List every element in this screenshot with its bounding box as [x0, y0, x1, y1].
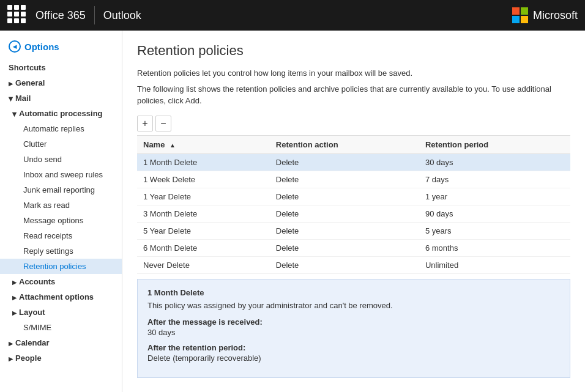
retention-policies-label: Retention policies — [23, 262, 86, 271]
general-label: General — [15, 78, 45, 87]
reply-settings-label: Reply settings — [23, 246, 73, 256]
read-receipts-label: Read receipts — [23, 231, 72, 240]
accounts-triangle: ▶ — [12, 279, 17, 286]
col-name: Name ▲ — [137, 135, 270, 153]
auto-proc-triangle: ▶ — [12, 113, 18, 117]
cell-period: 7 days — [419, 171, 570, 188]
layout-label: Layout — [19, 308, 45, 317]
sidebar-item-accounts[interactable]: ▶Accounts — [0, 274, 122, 289]
cell-period: 1 year — [419, 188, 570, 205]
mail-triangle: ▶ — [8, 97, 14, 102]
cell-action: Delete — [270, 222, 419, 239]
app-launcher-button[interactable] — [7, 5, 28, 26]
sidebar-item-mail[interactable]: ▶Mail — [0, 91, 122, 106]
undo-send-label: Undo send — [23, 155, 62, 164]
sidebar-item-read-receipts[interactable]: Read receipts — [0, 228, 122, 243]
detail-after-period-value: Delete (temporarily recoverable) — [147, 353, 560, 363]
table-row[interactable]: 1 Year DeleteDelete1 year — [137, 188, 570, 205]
sidebar-item-auto-replies[interactable]: Automatic replies — [0, 121, 122, 136]
sidebar-item-junk-email[interactable]: Junk email reporting — [0, 182, 122, 198]
attachment-triangle: ▶ — [12, 295, 17, 301]
sidebar-item-calendar[interactable]: ▶Calendar — [0, 335, 122, 350]
sidebar-item-message-options[interactable]: Message options — [0, 213, 122, 228]
detail-panel: 1 Month Delete This policy was assigned … — [137, 279, 570, 378]
layout-triangle: ▶ — [12, 310, 17, 316]
brand-name: Microsoft — [533, 9, 578, 22]
cell-action: Delete — [270, 205, 419, 222]
detail-after-period-label: After the retention period: — [147, 343, 560, 352]
cell-period: Unlimited — [419, 256, 570, 273]
cell-action: Delete — [270, 171, 419, 188]
sidebar-item-layout[interactable]: ▶Layout — [0, 305, 122, 320]
junk-email-label: Junk email reporting — [23, 185, 95, 194]
office365-label: Office 365 — [35, 9, 86, 22]
cell-name: Never Delete — [137, 256, 270, 273]
sidebar-item-mark-as-read[interactable]: Mark as read — [0, 198, 122, 213]
cell-action: Delete — [270, 256, 419, 273]
mark-as-read-label: Mark as read — [23, 201, 70, 210]
sidebar-item-people[interactable]: ▶People — [0, 350, 122, 366]
cell-name: 6 Month Delete — [137, 239, 270, 256]
general-triangle: ▶ — [9, 81, 13, 87]
clutter-label: Clutter — [23, 139, 47, 149]
options-label: Options — [24, 42, 59, 52]
col-action: Retention action — [270, 135, 419, 153]
sidebar-item-clutter[interactable]: Clutter — [0, 136, 122, 152]
remove-button[interactable]: − — [155, 116, 171, 131]
detail-after-received-value: 30 days — [147, 328, 560, 337]
desc1: Retention policies let you control how l… — [137, 67, 570, 80]
table-row[interactable]: Never DeleteDeleteUnlimited — [137, 256, 570, 273]
microsoft-logo — [512, 7, 528, 23]
add-button[interactable]: + — [137, 116, 153, 131]
outlook-label: Outlook — [103, 9, 141, 22]
table-row[interactable]: 3 Month DeleteDelete90 days — [137, 205, 570, 222]
policy-table: Name ▲ Retention action Retention period… — [137, 135, 570, 274]
calendar-triangle: ▶ — [9, 341, 13, 347]
calendar-label: Calendar — [15, 338, 50, 347]
table-row[interactable]: 1 Week DeleteDelete7 days — [137, 171, 570, 188]
cell-name: 5 Year Delete — [137, 222, 270, 239]
cell-action: Delete — [270, 188, 419, 205]
detail-desc: This policy was assigned by your adminis… — [147, 301, 560, 310]
options-back-icon — [9, 40, 21, 53]
detail-after-received-label: After the message is received: — [147, 317, 560, 327]
sidebar-item-attachment-options[interactable]: ▶Attachment options — [0, 289, 122, 305]
col-period: Retention period — [419, 135, 570, 153]
table-header-row: Name ▲ Retention action Retention period — [137, 135, 570, 153]
people-label: People — [15, 353, 42, 363]
accounts-label: Accounts — [19, 277, 55, 286]
sidebar-item-reply-settings[interactable]: Reply settings — [0, 243, 122, 259]
table-row[interactable]: 5 Year DeleteDelete5 years — [137, 222, 570, 239]
mail-label: Mail — [15, 94, 31, 103]
cell-action: Delete — [270, 239, 419, 256]
sidebar-item-smime[interactable]: S/MIME — [0, 320, 122, 335]
page-title: Retention policies — [137, 43, 570, 59]
desc2: The following list shows the retention p… — [137, 83, 570, 107]
cell-period: 5 years — [419, 222, 570, 239]
sidebar-item-auto-processing[interactable]: ▶Automatic processing — [0, 106, 122, 121]
cell-name: 1 Week Delete — [137, 171, 270, 188]
sidebar-item-retention-policies[interactable]: Retention policies — [0, 259, 122, 274]
sidebar-item-shortcuts[interactable]: Shortcuts — [0, 60, 122, 75]
cell-name: 1 Year Delete — [137, 188, 270, 205]
sidebar: Options Shortcuts ▶General ▶Mail ▶Automa… — [0, 31, 122, 392]
main-content: Retention policies Retention policies le… — [122, 31, 585, 392]
cell-period: 6 months — [419, 239, 570, 256]
cell-name: 3 Month Delete — [137, 205, 270, 222]
brand-area: Microsoft — [512, 7, 578, 23]
cell-period: 30 days — [419, 153, 570, 171]
sidebar-item-general[interactable]: ▶General — [0, 75, 122, 91]
options-header[interactable]: Options — [0, 35, 122, 60]
people-triangle: ▶ — [9, 356, 13, 362]
auto-proc-label: Automatic processing — [19, 109, 103, 118]
cell-period: 90 days — [419, 205, 570, 222]
top-nav: Office 365 Outlook Microsoft — [0, 0, 585, 31]
attachment-options-label: Attachment options — [19, 292, 94, 301]
cell-name: 1 Month Delete — [137, 153, 270, 171]
sidebar-item-inbox-sweep[interactable]: Inbox and sweep rules — [0, 167, 122, 182]
sidebar-item-undo-send[interactable]: Undo send — [0, 152, 122, 167]
table-row[interactable]: 1 Month DeleteDelete30 days — [137, 153, 570, 171]
detail-name: 1 Month Delete — [147, 288, 560, 297]
table-row[interactable]: 6 Month DeleteDelete6 months — [137, 239, 570, 256]
auto-replies-label: Automatic replies — [23, 124, 84, 133]
